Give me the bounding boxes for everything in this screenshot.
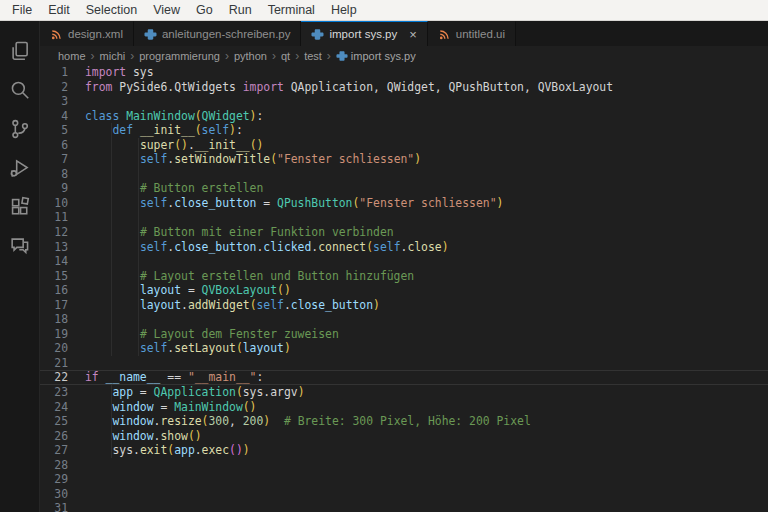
line-content: # Button erstellen [68, 181, 263, 196]
line-number: 22 [40, 370, 68, 385]
line-number: 4 [40, 109, 68, 124]
breadcrumb-segments: home›michi›programmierung›python›qt›test [56, 49, 324, 63]
tab-bar-empty-space [516, 21, 768, 46]
run-debug-icon[interactable] [0, 148, 40, 187]
code-line[interactable]: 8 [40, 167, 768, 182]
line-content [68, 487, 85, 502]
line-content: def __init__(self): [68, 123, 243, 138]
code-line[interactable]: 29 [40, 472, 768, 487]
line-content [68, 458, 85, 473]
code-lines: 1import sys2from PySide6.QtWidgets impor… [40, 65, 768, 512]
chevron-right-icon: › [90, 49, 96, 63]
menu-item-file[interactable]: File [4, 0, 40, 20]
code-line[interactable]: 17 layout.addWidget(self.close_button) [40, 298, 768, 313]
code-line[interactable]: 13 self.close_button.clicked.connect(sel… [40, 240, 768, 255]
comments-icon[interactable] [0, 226, 40, 265]
code-line[interactable]: 26 window.show() [40, 429, 768, 444]
code-line[interactable]: 18 [40, 312, 768, 327]
menu-item-selection[interactable]: Selection [78, 0, 145, 20]
line-content [68, 501, 85, 512]
breadcrumb-item-test[interactable]: test [302, 50, 324, 62]
close-icon[interactable]: × [409, 28, 417, 41]
code-line[interactable]: 14 [40, 254, 768, 269]
menu-item-edit[interactable]: Edit [40, 0, 78, 20]
line-content: self.setWindowTitle("Fenster schliessen"… [68, 152, 421, 167]
code-line[interactable]: 21 [40, 356, 768, 371]
code-line[interactable]: 11 [40, 210, 768, 225]
code-line[interactable]: 20 self.setLayout(layout) [40, 341, 768, 356]
line-content: layout.addWidget(self.close_button) [68, 298, 380, 313]
code-line[interactable]: 12 # Button mit einer Funktion verbinden [40, 225, 768, 240]
line-content: self.close_button.clicked.connect(self.c… [68, 240, 449, 255]
code-line[interactable]: 16 layout = QVBoxLayout() [40, 283, 768, 298]
menu-item-help[interactable]: Help [323, 0, 365, 20]
line-content [68, 94, 85, 109]
breadcrumb-item-programmierung[interactable]: programmierung [137, 50, 222, 62]
code-line[interactable]: 9 # Button erstellen [40, 181, 768, 196]
menu-item-view[interactable]: View [145, 0, 188, 20]
source-control-icon[interactable] [0, 109, 40, 148]
line-number: 12 [40, 225, 68, 240]
line-content [68, 254, 85, 269]
code-line[interactable]: 3 [40, 94, 768, 109]
extensions-icon[interactable] [0, 187, 40, 226]
tab-design.xml[interactable]: design.xml [40, 21, 134, 46]
code-line[interactable]: 2from PySide6.QtWidgets import QApplicat… [40, 80, 768, 95]
breadcrumb-item-python[interactable]: python [232, 50, 269, 62]
chevron-right-icon: › [271, 49, 277, 63]
line-content: from PySide6.QtWidgets import QApplicati… [68, 80, 613, 95]
line-number: 28 [40, 458, 68, 473]
tab-import-sys.py[interactable]: import sys.py× [301, 21, 427, 46]
chevron-right-icon: › [294, 49, 300, 63]
line-number: 29 [40, 472, 68, 487]
line-content: import sys [68, 65, 154, 80]
code-line[interactable]: 1import sys [40, 65, 768, 80]
python-icon [144, 28, 157, 41]
line-content: # Layout erstellen und Button hinzufügen [68, 269, 414, 284]
code-line[interactable]: 23 app = QApplication(sys.argv) [40, 385, 768, 400]
line-content: window = MainWindow() [68, 400, 256, 415]
breadcrumb-item-michi[interactable]: michi [98, 50, 128, 62]
python-icon [334, 50, 351, 62]
code-editor[interactable]: 1import sys2from PySide6.QtWidgets impor… [40, 65, 768, 512]
code-line[interactable]: 25 window.resize(300, 200) # Breite: 300… [40, 414, 768, 429]
code-line[interactable]: 6 super().__init__() [40, 138, 768, 153]
line-number: 10 [40, 196, 68, 211]
line-content [68, 472, 85, 487]
line-number: 17 [40, 298, 68, 313]
line-number: 31 [40, 501, 68, 512]
breadcrumb-item-qt[interactable]: qt [279, 50, 292, 62]
code-line[interactable]: 7 self.setWindowTitle("Fenster schliesse… [40, 152, 768, 167]
tab-untitled.ui[interactable]: untitled.ui [428, 21, 516, 46]
code-line[interactable]: 22if __name__ == "__main__": [40, 370, 768, 385]
menu-item-terminal[interactable]: Terminal [260, 0, 323, 20]
code-line[interactable]: 10 self.close_button = QPushButton("Fens… [40, 196, 768, 211]
line-number: 1 [40, 65, 68, 80]
line-number: 19 [40, 327, 68, 342]
code-line[interactable]: 5 def __init__(self): [40, 123, 768, 138]
code-line[interactable]: 4class MainWindow(QWidget): [40, 109, 768, 124]
menu-item-run[interactable]: Run [221, 0, 260, 20]
code-line[interactable]: 15 # Layout erstellen und Button hinzufü… [40, 269, 768, 284]
line-number: 16 [40, 283, 68, 298]
explorer-icon[interactable] [0, 31, 40, 70]
menu-item-go[interactable]: Go [188, 0, 221, 20]
code-line[interactable]: 30 [40, 487, 768, 502]
line-content: # Button mit einer Funktion verbinden [68, 225, 394, 240]
line-number: 27 [40, 443, 68, 458]
line-number: 13 [40, 240, 68, 255]
line-content: super().__init__() [68, 138, 263, 153]
code-line[interactable]: 19 # Layout dem Fenster zuweisen [40, 327, 768, 342]
chevron-right-icon: › [224, 49, 230, 63]
breadcrumb-item-home[interactable]: home [56, 50, 88, 62]
code-line[interactable]: 27 sys.exit(app.exec()) [40, 443, 768, 458]
code-line[interactable]: 31 [40, 501, 768, 512]
tab-anleitungen-schreiben.py[interactable]: anleitungen-schreiben.py [134, 21, 302, 46]
xml-icon [438, 28, 451, 41]
search-icon[interactable] [0, 70, 40, 109]
breadcrumb-file[interactable]: import sys.py [334, 50, 416, 62]
code-line[interactable]: 28 [40, 458, 768, 473]
line-number: 21 [40, 356, 68, 371]
code-line[interactable]: 24 window = MainWindow() [40, 400, 768, 415]
tab-bar: design.xmlanleitungen-schreiben.pyimport… [40, 21, 768, 46]
